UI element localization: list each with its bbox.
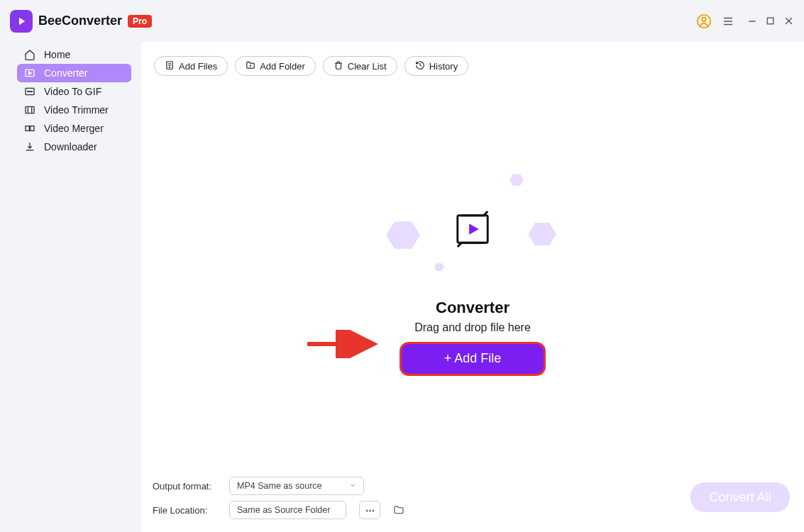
button-label: Add Files [179, 61, 217, 72]
history-button[interactable]: History [404, 56, 468, 76]
minimize-icon[interactable] [747, 16, 757, 26]
user-icon[interactable] [696, 13, 712, 29]
convert-all-button[interactable]: Convert All [690, 482, 790, 512]
trimmer-icon [24, 104, 35, 116]
sidebar-item-downloader[interactable]: Downloader [17, 138, 131, 156]
file-location-more-button[interactable]: ⋯ [359, 501, 380, 519]
open-folder-button[interactable] [393, 504, 404, 516]
close-icon[interactable] [783, 16, 794, 26]
svg-rect-18 [31, 126, 34, 131]
sidebar-item-label: Video Merger [44, 123, 104, 134]
converter-illustration [395, 172, 551, 286]
file-location-label: File Location: [153, 505, 216, 516]
sidebar: Home Converter Video To GIF Video Trimme… [0, 42, 141, 532]
sidebar-item-label: Video Trimmer [44, 104, 109, 116]
button-label: History [429, 61, 458, 72]
add-folder-button[interactable]: Add Folder [235, 56, 316, 76]
folder-plus-icon [246, 60, 255, 72]
folder-icon [393, 504, 404, 516]
drop-area-title: Converter [436, 299, 510, 317]
merger-icon [24, 123, 35, 134]
sidebar-item-label: Converter [44, 67, 87, 79]
svg-point-12 [29, 91, 30, 92]
sidebar-item-label: Downloader [44, 141, 97, 153]
app-name: BeeConverter [38, 13, 122, 28]
trash-icon [334, 60, 343, 72]
toolbar: Add Files Add Folder Clear List History [141, 42, 804, 76]
sidebar-item-video-to-gif[interactable]: Video To GIF [17, 82, 131, 101]
file-location-value: Same as Source Folder [237, 505, 330, 515]
drop-area[interactable]: Converter Drag and drop file here + Add … [141, 76, 804, 470]
svg-rect-6 [767, 18, 773, 24]
sidebar-item-home[interactable]: Home [17, 45, 131, 64]
app-logo [10, 10, 33, 33]
svg-rect-14 [26, 106, 34, 113]
output-format-label: Output format: [153, 481, 216, 492]
svg-point-11 [28, 91, 28, 92]
sidebar-item-label: Video To GIF [44, 86, 101, 97]
maximize-icon[interactable] [766, 16, 775, 26]
convert-loop-icon [452, 210, 493, 248]
main-panel: Add Files Add Folder Clear List History [141, 42, 804, 532]
sidebar-item-label: Home [44, 49, 70, 60]
add-file-button[interactable]: + Add File [402, 344, 544, 374]
titlebar: BeeConverter Pro [0, 0, 804, 42]
drop-area-subtitle: Drag and drop file here [414, 321, 531, 334]
svg-rect-17 [26, 126, 29, 131]
output-format-value: MP4 Same as source [237, 481, 322, 491]
sidebar-item-video-merger[interactable]: Video Merger [17, 119, 131, 138]
home-icon [24, 49, 35, 60]
gif-icon [24, 86, 35, 97]
menu-icon[interactable] [722, 15, 734, 28]
pro-badge: Pro [128, 15, 152, 28]
history-icon [415, 60, 425, 72]
svg-point-13 [31, 91, 32, 92]
add-files-button[interactable]: Add Files [154, 56, 228, 76]
clear-list-button[interactable]: Clear List [323, 56, 397, 76]
sidebar-item-converter[interactable]: Converter [17, 64, 131, 82]
download-icon [24, 141, 35, 153]
file-location-field: Same as Source Folder [229, 501, 346, 519]
sidebar-item-video-trimmer[interactable]: Video Trimmer [17, 101, 131, 119]
button-label: Add Folder [260, 61, 305, 72]
chevron-down-icon [349, 481, 356, 491]
svg-point-1 [702, 17, 706, 21]
converter-icon [24, 67, 35, 79]
output-format-select[interactable]: MP4 Same as source [229, 477, 364, 495]
button-label: Clear List [348, 61, 387, 72]
file-plus-icon [165, 60, 175, 72]
